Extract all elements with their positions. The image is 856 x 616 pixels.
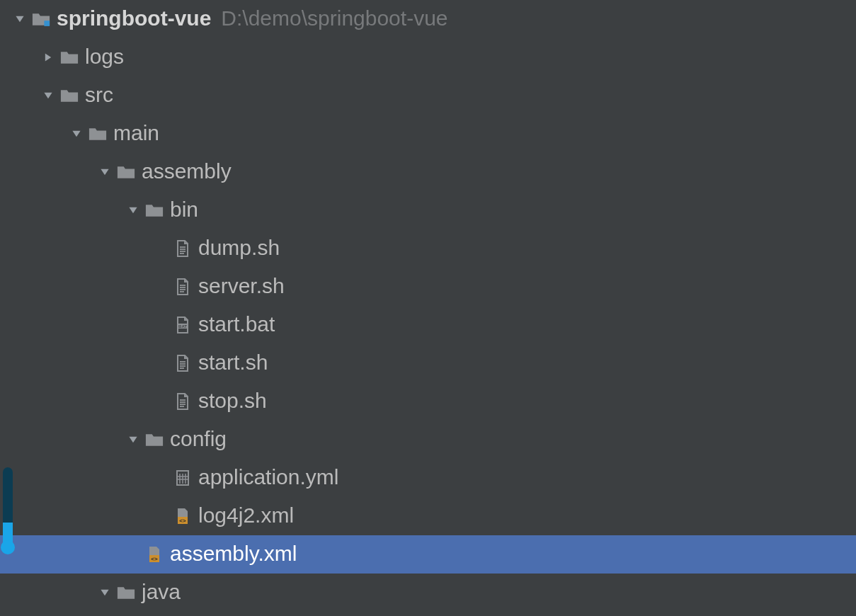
folder-icon — [116, 583, 136, 602]
node-label: src — [85, 83, 113, 108]
xml-file-icon — [173, 507, 193, 525]
tree-node-logs[interactable]: logs — [0, 38, 856, 76]
node-label: assembly — [142, 159, 232, 185]
xml-file-icon — [144, 545, 164, 564]
chevron-down-icon[interactable] — [41, 91, 55, 101]
tree-node-src[interactable]: src — [0, 76, 856, 115]
node-label: java — [142, 580, 181, 605]
text-file-icon — [173, 354, 193, 372]
node-label: assembly.xml — [170, 542, 297, 567]
node-label: start.bat — [198, 312, 275, 338]
node-label: dump.sh — [198, 236, 280, 261]
text-file-icon — [173, 239, 193, 258]
tree-node-application-yml[interactable]: application.yml — [0, 459, 856, 497]
root-path: D:\demo\springboot-vue — [221, 6, 447, 32]
tree-node-start-bat[interactable]: start.bat — [0, 306, 856, 344]
text-file-icon — [173, 392, 193, 411]
folder-icon — [59, 48, 79, 67]
node-label: config — [170, 427, 227, 452]
tree-node-dump-sh[interactable]: dump.sh — [0, 229, 856, 268]
folder-icon — [144, 430, 164, 449]
node-label: bin — [170, 198, 198, 223]
chevron-down-icon[interactable] — [126, 205, 140, 215]
gutter-indicator — [0, 460, 16, 552]
node-label: log4j2.xml — [198, 503, 294, 529]
folder-icon — [59, 86, 79, 105]
node-label: stop.sh — [198, 389, 267, 414]
tree-node-assembly-xml[interactable]: assembly.xml — [0, 535, 856, 574]
tree-node-main[interactable]: main — [0, 115, 856, 153]
chevron-down-icon[interactable] — [13, 14, 27, 24]
tree-node-config[interactable]: config — [0, 421, 856, 459]
node-label: logs — [85, 45, 124, 70]
chevron-down-icon[interactable] — [98, 167, 112, 177]
project-tree[interactable]: springboot-vue D:\demo\springboot-vue lo… — [0, 0, 856, 612]
chevron-right-icon[interactable] — [41, 52, 55, 62]
node-label: server.sh — [198, 274, 285, 300]
yml-file-icon — [173, 469, 193, 487]
chevron-down-icon[interactable] — [98, 588, 112, 598]
text-file-icon — [173, 278, 193, 296]
module-icon — [31, 10, 51, 28]
root-name: springboot-vue — [57, 6, 211, 32]
tree-node-log4j2-xml[interactable]: log4j2.xml — [0, 497, 856, 535]
tree-node-server-sh[interactable]: server.sh — [0, 268, 856, 306]
tree-node-assembly[interactable]: assembly — [0, 153, 856, 191]
chevron-down-icon[interactable] — [69, 129, 84, 139]
chevron-down-icon[interactable] — [126, 435, 140, 445]
node-label: start.sh — [198, 350, 268, 376]
node-label: main — [113, 121, 159, 147]
thermometer-icon — [3, 467, 13, 552]
tree-node-root[interactable]: springboot-vue D:\demo\springboot-vue — [0, 0, 856, 38]
folder-icon — [116, 163, 136, 181]
node-label: application.yml — [198, 465, 338, 491]
bat-file-icon — [173, 316, 193, 334]
folder-icon — [144, 201, 164, 219]
tree-node-java[interactable]: java — [0, 574, 856, 612]
tree-node-start-sh[interactable]: start.sh — [0, 344, 856, 382]
tree-node-stop-sh[interactable]: stop.sh — [0, 382, 856, 421]
folder-icon — [88, 125, 108, 143]
tree-node-bin[interactable]: bin — [0, 191, 856, 229]
